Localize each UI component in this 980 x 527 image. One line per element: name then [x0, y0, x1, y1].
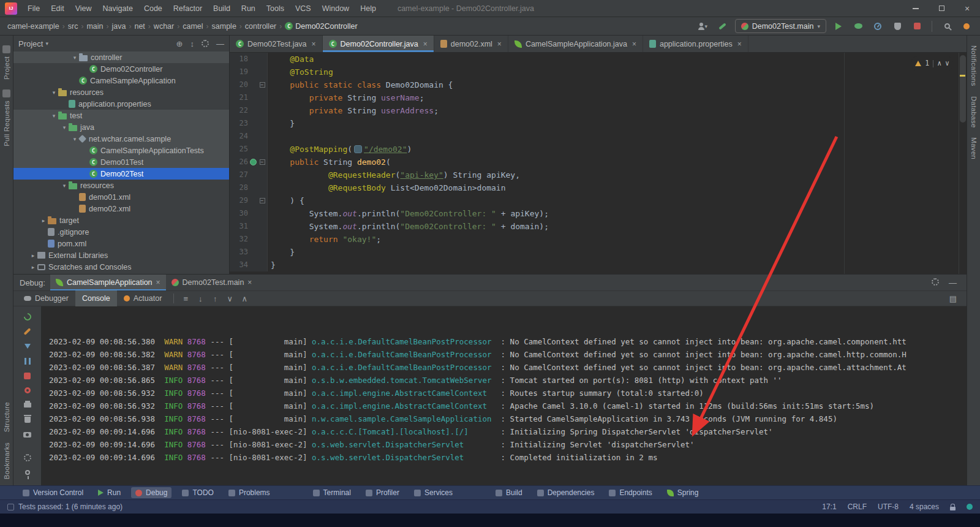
rerun-icon[interactable] — [20, 310, 36, 324]
status-message[interactable]: Tests passed: 1 (6 minutes ago) — [7, 502, 123, 511]
toolwindow-button-run[interactable]: Run — [94, 487, 125, 498]
breadcrumb-net[interactable]: net — [133, 22, 146, 31]
collapse-all-icon[interactable]: ∨ — [223, 292, 236, 305]
breadcrumb-src[interactable]: src — [67, 22, 80, 31]
gutter[interactable]: 19 — [230, 66, 268, 78]
gutter[interactable]: 32 — [230, 233, 268, 246]
tab-camelsampleapplication-java[interactable]: CamelSampleApplication.java× — [508, 36, 643, 52]
breadcrumb-camel-example[interactable]: camel-example — [6, 22, 61, 31]
breadcrumb-camel[interactable]: camel — [181, 22, 204, 31]
gutter[interactable]: 25 — [230, 143, 268, 156]
stop-button[interactable] — [910, 19, 924, 34]
toolwindow-button-spring[interactable]: Spring — [663, 487, 703, 498]
debug-tab-demo02test-main[interactable]: Demo02Test.main× — [166, 275, 258, 290]
tool-stripe-structure[interactable]: Structure — [3, 402, 10, 432]
close-icon[interactable]: × — [247, 278, 252, 287]
chevron-open-icon[interactable]: ▾ — [50, 89, 58, 96]
tool-stripe-bookmarks[interactable]: Bookmarks — [3, 442, 10, 479]
scroll-down-icon[interactable]: ↓ — [194, 292, 207, 305]
search-everywhere-button[interactable] — [940, 19, 954, 34]
tab-demo02test-java[interactable]: CDemo02Test.java× — [230, 36, 323, 52]
breadcrumb-demo02controller[interactable]: CDemo02Controller — [284, 22, 358, 31]
fold-icon[interactable]: − — [260, 82, 265, 88]
menu-tools[interactable]: Tools — [261, 0, 290, 17]
menu-help[interactable]: Help — [355, 0, 382, 17]
toolwindow-button-todo[interactable]: TODO — [178, 487, 217, 498]
bean-gutter-icon[interactable] — [250, 159, 257, 165]
coverage-button[interactable] — [890, 19, 905, 34]
tree-item-controller[interactable]: ▾controller — [13, 51, 229, 63]
tree-item-demo02-xml[interactable]: demo02.xml — [13, 203, 229, 214]
tool-stripe-maven[interactable]: Maven — [970, 137, 978, 159]
gutter[interactable]: 30 — [230, 207, 268, 220]
code-with-me-users-button[interactable]: ▾ — [696, 19, 710, 34]
close-icon[interactable]: × — [737, 40, 742, 48]
debug-tab-camelsampleapplication[interactable]: CamelSampleApplication× — [50, 275, 166, 290]
gutter[interactable]: 23 — [230, 117, 268, 130]
menu-view[interactable]: View — [70, 0, 97, 17]
tool-stripe-project[interactable]: Project — [2, 45, 10, 80]
close-icon[interactable]: × — [423, 40, 428, 48]
tree-item-external-libraries[interactable]: ▸External Libraries — [13, 249, 229, 261]
chevron-open-icon[interactable]: ▾ — [60, 183, 69, 189]
scroll-up-icon[interactable]: ↑ — [208, 292, 222, 305]
gutter[interactable]: 28 — [230, 181, 268, 194]
chevron-closed-icon[interactable]: ▸ — [39, 218, 48, 224]
tree-item-camelsampleapplicationtests[interactable]: CCamelSampleApplicationTests — [13, 145, 229, 156]
ide-update-badge[interactable] — [959, 19, 974, 34]
toolwindow-button-services[interactable]: Services — [410, 487, 457, 498]
console[interactable]: 2023-02-09 00:08:56.380 WARN 8768 --- [ … — [42, 306, 967, 485]
warning-stripe-mark[interactable] — [960, 75, 965, 77]
gear-icon[interactable] — [20, 451, 36, 464]
tree-item-net-wchar-camel-sample[interactable]: ▾net.wchar.camel.sample — [13, 133, 229, 145]
chevron-open-icon[interactable]: ▾ — [50, 113, 58, 119]
gutter[interactable]: 18 — [230, 53, 268, 66]
chevron-open-icon[interactable]: ▾ — [70, 55, 79, 61]
tab-demo02-xml[interactable]: demo02.xml× — [434, 36, 508, 52]
trash-icon[interactable] — [20, 413, 36, 427]
gutter[interactable]: 27 — [230, 169, 268, 181]
print-icon[interactable] — [20, 398, 36, 412]
lock-icon[interactable] — [950, 507, 956, 510]
view-tab-console[interactable]: Console — [75, 290, 117, 306]
app-logo-icon[interactable]: IJ — [5, 2, 17, 15]
toolwindow-button-terminal[interactable]: Terminal — [309, 487, 355, 498]
gutter[interactable]: 34 — [230, 259, 268, 271]
toolwindow-button-profiler[interactable]: Profiler — [361, 487, 404, 498]
wrench-icon[interactable] — [20, 325, 36, 338]
gutter[interactable]: 20− — [230, 78, 268, 91]
tree-item-java[interactable]: ▾java — [13, 121, 229, 133]
chevron-open-icon[interactable]: ▾ — [70, 136, 79, 142]
close-button[interactable]: × — [954, 0, 980, 17]
gutter[interactable]: 29− — [230, 194, 268, 207]
scrollbar-thumb[interactable] — [960, 55, 966, 123]
toolwindow-button-debug[interactable]: Debug — [131, 487, 172, 498]
tool-stripe-pull-requests[interactable]: Pull Requests — [2, 89, 10, 146]
expand-collapse-icon[interactable]: ↕ — [190, 39, 195, 48]
minimize-button[interactable] — [903, 0, 929, 17]
tree-item-demo02controller[interactable]: CDemo02Controller — [13, 63, 229, 75]
camera-icon[interactable] — [20, 428, 36, 441]
project-panel-title[interactable]: Project — [18, 39, 43, 48]
menu-vcs[interactable]: VCS — [290, 0, 317, 17]
tree-item-target[interactable]: ▸target — [13, 214, 229, 226]
menu-build[interactable]: Build — [208, 0, 236, 17]
breadcrumb-wchar[interactable]: wchar — [153, 22, 175, 31]
file-encoding[interactable]: UTF-8 — [878, 502, 899, 511]
menu-code[interactable]: Code — [138, 0, 168, 17]
menu-edit[interactable]: Edit — [45, 0, 70, 17]
view-tab-debugger[interactable]: Debugger — [17, 290, 75, 306]
breadcrumb-main[interactable]: main — [85, 22, 104, 31]
gutter[interactable]: 31 — [230, 220, 268, 233]
caret-position[interactable]: 17:1 — [822, 502, 836, 511]
tree-item-pom-xml[interactable]: pom.xml — [13, 238, 229, 249]
debug-button[interactable] — [851, 19, 865, 34]
select-opened-file-icon[interactable]: ⊕ — [176, 39, 183, 48]
close-icon[interactable]: × — [312, 40, 316, 48]
indent-style[interactable]: 4 spaces — [910, 502, 939, 511]
stop-icon[interactable] — [20, 369, 36, 382]
tree-item-camelsampleapplication[interactable]: CCamelSampleApplication — [13, 75, 229, 86]
pin-icon[interactable] — [20, 466, 36, 479]
chevron-closed-icon[interactable]: ▸ — [29, 264, 37, 270]
settings-gear-icon[interactable] — [202, 40, 209, 47]
